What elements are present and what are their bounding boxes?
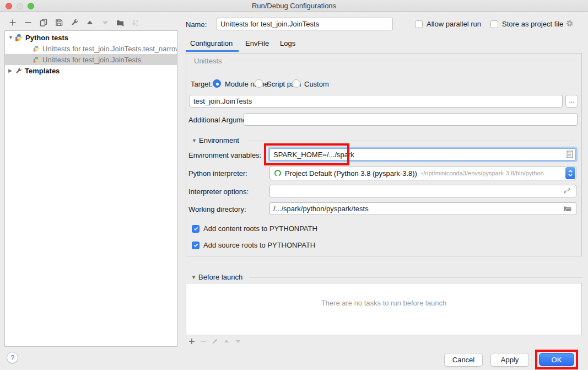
before-launch-group-title: Before launch (198, 273, 242, 281)
working-directory-label: Working directory: (188, 205, 246, 213)
configuration-form: Unittests Target: Module name Script pat… (186, 53, 582, 256)
environment-collapse-icon[interactable]: ▼ (192, 138, 197, 143)
radio-module-name[interactable] (213, 79, 221, 88)
tab-envfile[interactable]: EnvFile (245, 39, 269, 47)
run-debug-configurations-dialog: Run/Debug Configurations az (0, 0, 588, 370)
radio-custom[interactable] (292, 79, 300, 88)
checkbox-checked-icon[interactable] (192, 242, 199, 249)
titlebar: Run/Debug Configurations (0, 0, 588, 12)
minimize-window-button (17, 3, 23, 9)
tab-configuration[interactable]: Configuration (190, 39, 233, 47)
add-source-roots-checkbox[interactable]: Add source roots to PYTHONPATH (192, 241, 315, 249)
help-question-icon: ? (10, 353, 14, 362)
additional-arguments-input[interactable] (244, 113, 578, 126)
tree-item-label: Unittests for test_join.JoinTests (42, 56, 141, 64)
checkbox-unchecked-icon[interactable] (415, 20, 423, 28)
tree-item-python-tests[interactable]: ▼ Python tests (5, 32, 177, 43)
new-folder-icon[interactable] (115, 17, 126, 28)
ok-button-label: OK (552, 356, 562, 364)
tab-logs[interactable]: Logs (280, 39, 295, 47)
browse-folder-icon[interactable] (563, 205, 572, 212)
move-down-icon (100, 17, 110, 28)
edit-templates-wrench-icon[interactable] (69, 17, 79, 28)
remove-configuration-icon[interactable] (23, 17, 33, 28)
checkbox-checked-icon[interactable] (192, 225, 199, 233)
python-test-icon (33, 56, 40, 63)
python-tests-icon (15, 34, 23, 41)
apply-button-label: Apply (501, 356, 519, 364)
tree-item-unittest-jointests-selected[interactable]: Unittests for test_join.JoinTests (5, 54, 177, 65)
configurations-tree: ▼ Python tests Unittests for test_join.J… (4, 30, 177, 347)
active-tab-underline (186, 50, 239, 52)
store-as-project-file-checkbox[interactable]: Store as project file (490, 20, 563, 28)
python-interpreter-select[interactable]: Project Default (Python 3.8 (pyspark-3.8… (269, 166, 576, 180)
before-launch-collapse-icon[interactable]: ▼ (191, 275, 196, 280)
tree-item-templates[interactable]: ▶ Templates (5, 65, 177, 76)
ok-button[interactable]: OK (539, 353, 574, 366)
select-stepper-icon[interactable] (565, 167, 575, 179)
expand-field-icon[interactable] (563, 187, 571, 195)
conda-environment-icon (274, 169, 282, 177)
python-test-icon (33, 45, 40, 52)
move-task-up-icon (222, 337, 231, 346)
move-up-icon[interactable] (84, 17, 95, 28)
working-directory-input[interactable] (269, 202, 576, 215)
group-divider (230, 61, 575, 61)
module-name-input[interactable] (190, 95, 563, 108)
before-launch-task-list: There are no tasks to run before launch (186, 283, 582, 335)
cancel-button-label: Cancel (452, 356, 474, 364)
zoom-window-button[interactable] (28, 3, 34, 9)
edit-variables-list-icon[interactable] (567, 151, 573, 158)
store-as-project-file-label: Store as project file (502, 20, 563, 28)
collapse-arrow-icon[interactable]: ▼ (8, 35, 15, 40)
browse-ellipsis-label: ... (569, 96, 574, 104)
help-button[interactable]: ? (7, 352, 18, 363)
interpreter-options-input[interactable] (269, 185, 576, 197)
remove-task-icon (199, 337, 208, 346)
svg-text:a: a (136, 19, 138, 23)
group-divider (249, 277, 582, 278)
allow-parallel-run-checkbox[interactable]: Allow parallel run (415, 20, 481, 28)
browse-module-button[interactable]: ... (565, 95, 578, 108)
group-divider (248, 141, 575, 141)
add-content-roots-checkbox[interactable]: Add content roots to PYTHONPATH (192, 224, 317, 233)
add-configuration-icon[interactable] (7, 17, 18, 28)
target-label: Target: (191, 80, 213, 88)
environment-variables-input[interactable] (270, 151, 567, 159)
before-launch-toolbar (187, 337, 242, 346)
interpreter-options-label: Interpreter options: (188, 187, 249, 196)
environment-variables-field[interactable] (269, 148, 576, 160)
radio-script-path[interactable] (255, 79, 263, 88)
checkbox-unchecked-icon[interactable] (490, 20, 498, 28)
save-configuration-icon[interactable] (53, 17, 64, 28)
before-launch-empty-message: There are no tasks to run before launch (186, 299, 581, 307)
tree-item-unittest-narrow[interactable]: Unittests for test_join.JoinTests.test_n… (5, 43, 177, 54)
python-interpreter-value: Project Default (Python 3.8 (pyspark-3.8… (285, 169, 417, 178)
name-label: Name: (186, 20, 207, 29)
configurations-toolbar: az (7, 17, 141, 28)
apply-button[interactable]: Apply (490, 353, 529, 367)
window-controls (6, 3, 34, 9)
python-interpreter-label: Python interpreter: (188, 169, 247, 178)
tree-item-label: Python tests (25, 34, 68, 42)
add-content-roots-label: Add content roots to PYTHONPATH (203, 224, 317, 233)
tree-item-label: Templates (25, 67, 60, 75)
edit-task-pencil-icon (211, 337, 219, 346)
radio-custom-label: Custom (304, 80, 329, 88)
allow-parallel-run-label: Allow parallel run (427, 20, 481, 28)
svg-text:z: z (136, 23, 138, 26)
sort-configurations-icon: az (131, 17, 141, 28)
tree-item-label: Unittests for test_join.JoinTests.test_n… (42, 45, 177, 53)
add-task-icon[interactable] (187, 337, 196, 346)
name-input[interactable] (217, 18, 393, 30)
templates-wrench-icon (15, 67, 22, 74)
python-interpreter-path: ~/opt/miniconda3/envs/pyspark-3.8/bin/py… (420, 170, 576, 176)
window-title: Run/Debug Configurations (252, 2, 336, 10)
environment-variables-label: Environment variables: (188, 151, 261, 159)
store-options-gear-icon[interactable] (565, 19, 574, 28)
copy-configuration-icon[interactable] (38, 17, 48, 28)
expand-arrow-icon[interactable]: ▶ (8, 68, 15, 73)
close-window-button[interactable] (6, 3, 12, 9)
unittests-group-title: Unittests (194, 57, 222, 65)
cancel-button[interactable]: Cancel (444, 353, 483, 367)
